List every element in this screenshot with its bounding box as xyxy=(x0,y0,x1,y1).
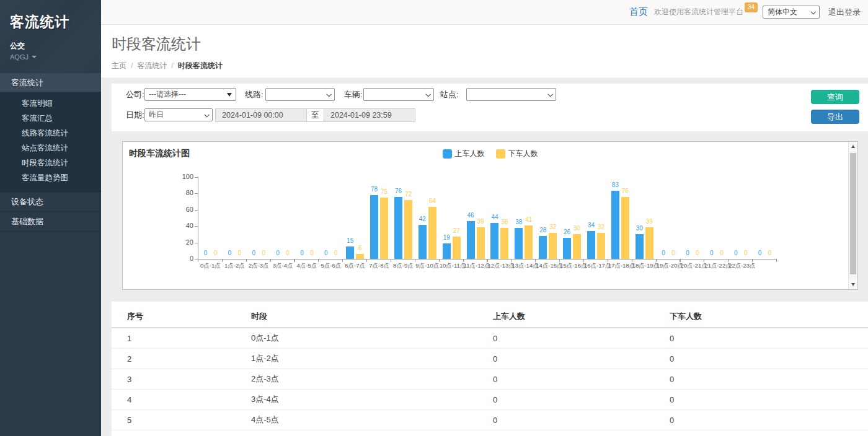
bar-value-label: 32 xyxy=(549,224,556,230)
date-preset-select[interactable]: 昨日 xyxy=(144,108,213,121)
bar-group: 3841 xyxy=(512,177,536,259)
language-select[interactable]: 简体中文 xyxy=(763,6,820,19)
bar-boarding: 46 xyxy=(467,221,475,259)
x-axis-labels: 0点-1点1点-2点2点-3点3点-4点4点-5点5点-6点6点-7点7点-8点… xyxy=(198,262,777,270)
export-button[interactable]: 导出 xyxy=(811,110,859,124)
breadcrumb-link[interactable]: 客流统计 xyxy=(137,61,167,70)
scrollbar-thumb[interactable] xyxy=(850,153,856,274)
bar-boarding: 76 xyxy=(394,197,402,259)
table-cell: 6 xyxy=(112,430,251,436)
query-button[interactable]: 查询 xyxy=(811,90,859,104)
bar-boarding: 38 xyxy=(515,228,523,259)
bar-value-label: 0 xyxy=(300,250,304,256)
sidebar-section[interactable]: 设备状态 xyxy=(0,192,101,212)
breadcrumb-link[interactable]: 主页 xyxy=(112,61,126,70)
scroll-up-icon[interactable] xyxy=(849,142,857,151)
table-row: 21点-2点00 xyxy=(112,349,868,369)
bar-value-label: 0 xyxy=(662,250,665,256)
bar-alighting: 76 xyxy=(621,197,629,259)
bar-boarding: 44 xyxy=(490,223,498,259)
home-link[interactable]: 首页 xyxy=(629,6,648,18)
x-axis-label: 13点-14点 xyxy=(512,262,536,270)
bar-value-label: 41 xyxy=(525,216,532,223)
breadcrumb-separator: / xyxy=(131,61,133,70)
sidebar: 客流统计 公交 AQGJ 客流统计客流明细客流汇总线路客流统计站点客流统计时段客… xyxy=(0,0,101,436)
bar-boarding: 28 xyxy=(539,236,547,259)
table-header-cell: 时段 xyxy=(251,307,493,328)
table-row: 54点-5点00 xyxy=(112,410,868,430)
sidebar-item[interactable]: 时段客流统计 xyxy=(0,155,101,170)
y-tick-mark xyxy=(195,259,198,259)
sidebar-section[interactable]: 客流统计 xyxy=(0,72,101,92)
bar-value-label: 0 xyxy=(734,250,738,256)
bar-group: 00 xyxy=(753,177,777,259)
date-preset-value: 昨日 xyxy=(149,110,164,120)
table-cell: 2 xyxy=(112,349,251,369)
bar-group: 8376 xyxy=(608,177,632,259)
bar-value-label: 30 xyxy=(636,225,643,232)
y-tick-label: 60 xyxy=(170,206,193,213)
bar-group: 3432 xyxy=(584,177,608,259)
dropdown-triangle-icon xyxy=(227,93,232,97)
chart-scrollbar[interactable] xyxy=(848,142,857,289)
legend-item[interactable]: 下车人数 xyxy=(496,149,538,159)
bar-boarding: 30 xyxy=(636,234,644,259)
org-code-label: AQGJ xyxy=(10,53,29,61)
table-cell: 0 xyxy=(493,410,670,430)
table-cell: 0 xyxy=(493,328,670,349)
bar-group: 00 xyxy=(295,177,319,259)
bar-value-label: 39 xyxy=(477,218,484,225)
station-label: 站点: xyxy=(440,88,459,101)
x-axis-label: 10点-11点 xyxy=(440,262,464,270)
sidebar-section[interactable]: 基础数据 xyxy=(0,212,101,232)
bar-series: 0000000000001567875767242641927463944383… xyxy=(198,177,777,259)
sidebar-item[interactable]: 站点客流统计 xyxy=(0,141,101,155)
bar-value-label: 76 xyxy=(622,188,629,194)
sidebar-item[interactable]: 客流量趋势图 xyxy=(0,170,101,185)
line-select[interactable] xyxy=(265,88,335,101)
legend-label: 上车人数 xyxy=(455,149,485,159)
x-axis-label: 7点-8点 xyxy=(367,262,391,270)
bar-value-label: 19 xyxy=(443,234,450,241)
bar-group: 00 xyxy=(681,177,705,259)
bar-alighting: 41 xyxy=(525,225,533,259)
bar-value-label: 78 xyxy=(371,186,378,193)
bar-value-label: 34 xyxy=(588,222,595,229)
table-cell: 0 xyxy=(670,430,868,436)
bar-value-label: 0 xyxy=(238,250,242,256)
bar-value-label: 30 xyxy=(574,225,580,232)
language-value: 简体中文 xyxy=(768,7,797,17)
station-select[interactable] xyxy=(466,88,556,101)
breadcrumb-current: 时段客流统计 xyxy=(178,61,223,70)
org-selector[interactable]: AQGJ xyxy=(10,53,101,61)
bar-value-label: 42 xyxy=(419,216,426,222)
bar-value-label: 46 xyxy=(467,212,474,219)
sidebar-item[interactable]: 客流汇总 xyxy=(0,111,101,126)
scroll-down-icon[interactable] xyxy=(849,280,857,289)
bar-alighting: 32 xyxy=(549,233,557,259)
bar-value-label: 38 xyxy=(515,219,522,225)
table-cell: 0 xyxy=(670,410,868,430)
sidebar-item[interactable]: 客流明细 xyxy=(0,96,101,111)
date-from-input[interactable]: 2024-01-09 00:00 xyxy=(215,108,307,122)
bar-group: 3039 xyxy=(632,177,657,259)
bar-group: 00 xyxy=(247,177,271,259)
bar-value-label: 26 xyxy=(564,229,570,235)
bar-group: 00 xyxy=(319,177,343,259)
bar-group: 4438 xyxy=(488,177,512,259)
sidebar-item[interactable]: 线路客流统计 xyxy=(0,126,101,141)
bar-value-label: 32 xyxy=(598,224,604,230)
bar-alighting: 6 xyxy=(356,254,364,259)
vehicle-select[interactable] xyxy=(363,88,434,101)
table-cell: 0 xyxy=(670,349,868,369)
date-to-input[interactable]: 2024-01-09 23:59 xyxy=(324,108,415,122)
x-axis-label: 21点-22点 xyxy=(704,262,728,270)
bar-boarding: 42 xyxy=(418,225,427,259)
table-header-cell: 序号 xyxy=(112,307,251,328)
bar-boarding: 15 xyxy=(346,246,354,259)
logout-link[interactable]: 退出登录 xyxy=(828,7,861,18)
legend-item[interactable]: 上车人数 xyxy=(443,149,485,159)
company-select[interactable]: ---请选择--- xyxy=(144,88,236,101)
table-cell: 5 xyxy=(112,410,251,430)
bar-group: 00 xyxy=(704,177,728,259)
